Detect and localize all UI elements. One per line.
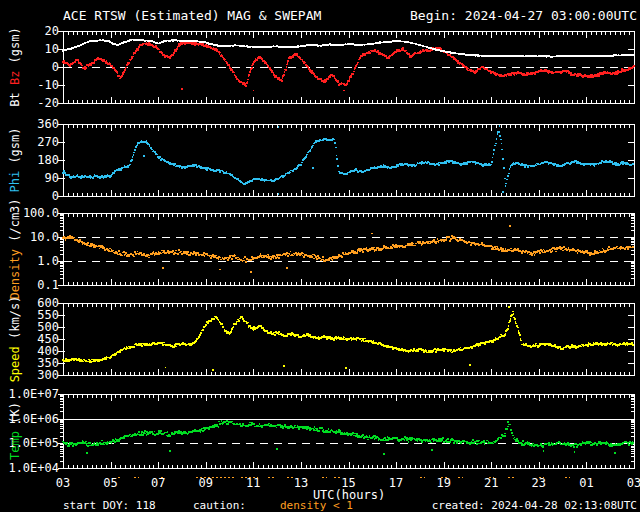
panel-ylabel-part: Phi <box>8 171 22 193</box>
y-tick-label-temp: 1.0E+04 <box>0 462 59 474</box>
panel-ylabel-phi: Phi (gsm) <box>9 127 21 192</box>
x-tick-label: 23 <box>525 477 553 489</box>
x-tick-label: 03 <box>620 477 640 489</box>
footer-start-doy: start DOY: 118 <box>63 500 156 511</box>
x-tick-label: 03 <box>49 477 77 489</box>
x-tick-label: 05 <box>97 477 125 489</box>
panel-ylabel-temp: Temp (K) <box>9 402 21 460</box>
panel-ylabel-part: (gsm) <box>8 127 22 170</box>
footer-caution-label: caution: <box>193 500 246 511</box>
panel-ylabel-part: (km/s) <box>8 296 22 347</box>
panel-ylabel-part: Bt <box>8 85 22 107</box>
panel-ylabel-mag: Bt Bz (gsm) <box>9 27 21 107</box>
panel-ylabel-part: (/cm3) <box>8 198 22 249</box>
panel-ylabel-part: (gsm) <box>8 27 22 70</box>
panel-ylabel-part: Density <box>8 249 22 300</box>
panel-ylabel-part: Temp <box>8 431 22 460</box>
plot-canvas <box>0 0 640 512</box>
panel-ylabel-part: Bz <box>8 71 22 85</box>
footer-created-timestamp: created: 2024-04-28 02:13:08UTC <box>432 500 637 511</box>
x-tick-label: 17 <box>382 477 410 489</box>
x-tick-label: 11 <box>239 477 267 489</box>
page-title: ACE RTSW (Estimated) MAG & SWEPAM <box>63 9 321 22</box>
x-tick-label: 09 <box>192 477 220 489</box>
panel-ylabel-speed: Speed (km/s) <box>9 296 21 383</box>
x-tick-label: 19 <box>430 477 458 489</box>
y-tick-label-temp: 1.0E+07 <box>0 388 59 400</box>
x-tick-label: 01 <box>572 477 600 489</box>
footer-caution-value: density < 1 <box>280 500 353 511</box>
begin-timestamp: Begin: 2024-04-27 03:00:00UTC <box>410 9 637 22</box>
panel-ylabel-density: Density (/cm3) <box>9 198 21 299</box>
x-tick-label: 15 <box>335 477 363 489</box>
panel-ylabel-part: Speed <box>8 346 22 382</box>
x-tick-label: 07 <box>144 477 172 489</box>
x-tick-label: 21 <box>477 477 505 489</box>
panel-ylabel-part: (K) <box>8 402 22 431</box>
ace-rtsw-plot-page: ACE RTSW (Estimated) MAG & SWEPAM Begin:… <box>0 0 640 512</box>
x-tick-label: 13 <box>287 477 315 489</box>
